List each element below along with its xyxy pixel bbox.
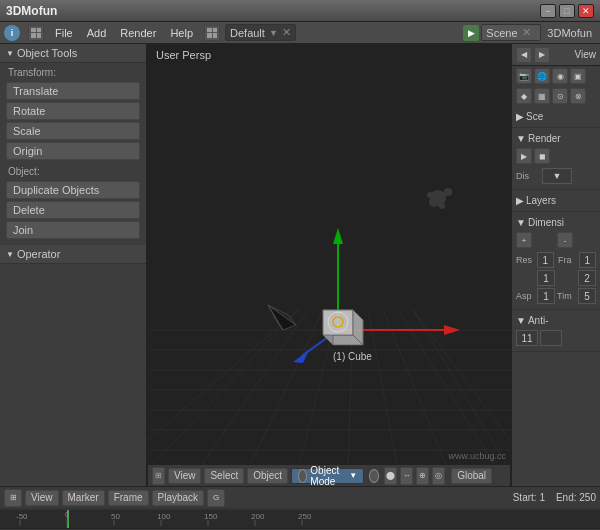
rp-icon1[interactable]: ◀ <box>516 47 532 63</box>
res-row: Res 1 Fra 1 <box>516 252 596 268</box>
vp-grid-icon[interactable]: ⊞ <box>152 467 165 485</box>
dimensions-arrow: ▼ <box>516 217 526 228</box>
render-display-icon[interactable]: ⬤ <box>384 467 397 485</box>
anti-num2[interactable] <box>540 330 562 346</box>
rp-render-header[interactable]: ▼ Render <box>516 131 596 146</box>
mode-selector[interactable]: Object Mode ▼ <box>291 468 364 484</box>
menu-add[interactable]: Add <box>81 25 113 41</box>
select-button[interactable]: Select <box>204 468 244 484</box>
view-button[interactable]: View <box>168 468 202 484</box>
fra-field3[interactable]: 5 <box>578 288 596 304</box>
object-label: Object: <box>0 162 146 179</box>
svg-marker-30 <box>323 310 353 335</box>
menu-help[interactable]: Help <box>164 25 199 41</box>
delete-button[interactable]: Delete <box>6 201 140 219</box>
rp-obj-icon[interactable]: ▣ <box>570 68 586 84</box>
render-icons: ▶ ◼ <box>516 146 596 166</box>
render-icon[interactable]: ▶ <box>463 25 479 41</box>
tl-marker-btn[interactable]: Marker <box>62 490 105 506</box>
window-controls: − □ ✕ <box>540 4 594 18</box>
asp-row: Asp 1 Tim 5 <box>516 288 596 304</box>
pivot-icon[interactable]: ◎ <box>432 467 445 485</box>
svg-text:100: 100 <box>157 512 171 521</box>
left-panel: ▼ Object Tools Transform: Translate Rota… <box>0 44 148 486</box>
operator-arrow: ▼ <box>6 250 14 259</box>
scene-arrow: ▶ <box>516 111 524 122</box>
object-tools-header[interactable]: ▼ Object Tools <box>0 44 146 63</box>
rp-world-icon[interactable]: ◉ <box>552 68 568 84</box>
manipulator-icon[interactable]: ⊕ <box>416 467 429 485</box>
render-section-label: Render <box>528 133 561 144</box>
rp-tex-icon[interactable]: ▦ <box>534 88 550 104</box>
transform-label: Transform: <box>0 63 146 80</box>
svg-text:-50: -50 <box>16 512 28 521</box>
rp-render-section: ▼ Render ▶ ◼ Dis ▼ <box>512 128 600 190</box>
rp-dimensions-header[interactable]: ▼ Dimensi <box>516 215 596 230</box>
rp-view-label: View <box>575 49 597 60</box>
fra-field1[interactable]: 1 <box>579 252 596 268</box>
render-arrow: ▼ <box>516 133 526 144</box>
res-field2[interactable]: 1 <box>537 270 555 286</box>
tl-grid-icon[interactable]: ⊞ <box>4 489 22 507</box>
maximize-button[interactable]: □ <box>559 4 575 18</box>
res-row2: 1 2 <box>516 270 596 286</box>
rp-icon2[interactable]: ▶ <box>534 47 550 63</box>
grid-icon[interactable] <box>28 25 44 41</box>
menu-render[interactable]: Render <box>114 25 162 41</box>
scale-button[interactable]: Scale <box>6 122 140 140</box>
asp-field1[interactable]: 1 <box>537 288 555 304</box>
menubar: i File Add Render Help Default ▼ ✕ ▶ Sce… <box>0 22 600 44</box>
tools-arrow: ▼ <box>6 49 14 58</box>
rp-scene-header[interactable]: ▶ Sce <box>516 109 596 124</box>
anti-num[interactable]: 11 <box>516 330 538 346</box>
operator-header[interactable]: ▼ Operator <box>0 245 146 264</box>
minimize-button[interactable]: − <box>540 4 556 18</box>
rp-phys-icon[interactable]: ⊗ <box>570 88 586 104</box>
info-icon[interactable]: i <box>4 25 20 41</box>
viewport[interactable]: User Persp <box>148 44 510 486</box>
render-btn2[interactable]: ◼ <box>534 148 550 164</box>
res-field1[interactable]: 1 <box>537 252 554 268</box>
global-button[interactable]: Global <box>451 468 492 484</box>
rp-anti-section: ▼ Anti- 11 <box>512 310 600 352</box>
render-btn1[interactable]: ▶ <box>516 148 532 164</box>
menu-file[interactable]: File <box>49 25 79 41</box>
layout-icon[interactable] <box>204 25 220 41</box>
fra-field2[interactable]: 2 <box>578 270 596 286</box>
snap-circle[interactable] <box>369 469 379 483</box>
timeline-svg: -50 0 50 100 150 200 250 <box>0 508 600 528</box>
svg-text:(1) Cube: (1) Cube <box>333 351 372 362</box>
duplicate-objects-button[interactable]: Duplicate Objects <box>6 181 140 199</box>
rp-dimensions-section: ▼ Dimensi + - Res 1 Fra 1 1 2 Asp <box>512 212 600 310</box>
viewport-toolbar: ⊞ View Select Object Object Mode ▼ ⬤ ↔ ⊕… <box>148 464 510 486</box>
tl-playback-btn[interactable]: Playback <box>152 490 205 506</box>
tl-view-btn[interactable]: View <box>25 490 59 506</box>
anti-arrow: ▼ <box>516 315 526 326</box>
viewport-options[interactable] <box>495 468 506 484</box>
rotate-button[interactable]: Rotate <box>6 102 140 120</box>
join-button[interactable]: Join <box>6 221 140 239</box>
tl-play-icon[interactable]: G <box>207 489 225 507</box>
scene-selector[interactable]: Scene ✕ <box>481 24 541 41</box>
close-button[interactable]: ✕ <box>578 4 594 18</box>
tl-frame-btn[interactable]: Frame <box>108 490 149 506</box>
origin-button[interactable]: Origin <box>6 142 140 160</box>
workspace-selector[interactable]: Default ▼ ✕ <box>225 24 296 41</box>
dis-field[interactable]: ▼ <box>542 168 572 184</box>
dim-minus[interactable]: - <box>557 232 573 248</box>
main-area: ▼ Object Tools Transform: Translate Rota… <box>0 44 600 486</box>
dis-row: Dis ▼ <box>516 168 596 184</box>
dim-plus[interactable]: + <box>516 232 532 248</box>
timeline-bar[interactable]: -50 0 50 100 150 200 250 <box>0 508 600 528</box>
object-menu-button[interactable]: Object <box>247 468 288 484</box>
svg-text:200: 200 <box>251 512 265 521</box>
rp-layers-header[interactable]: ▶ Layers <box>516 193 596 208</box>
rp-anti-header[interactable]: ▼ Anti- <box>516 313 596 328</box>
transform-icon[interactable]: ↔ <box>400 467 413 485</box>
rp-scene-icon[interactable]: 🌐 <box>534 68 550 84</box>
rp-mat-icon[interactable]: ◆ <box>516 88 532 104</box>
translate-button[interactable]: Translate <box>6 82 140 100</box>
rp-part-icon[interactable]: ⊙ <box>552 88 568 104</box>
scene-section-label: Sce <box>526 111 543 122</box>
rp-camera-icon[interactable]: 📷 <box>516 68 532 84</box>
